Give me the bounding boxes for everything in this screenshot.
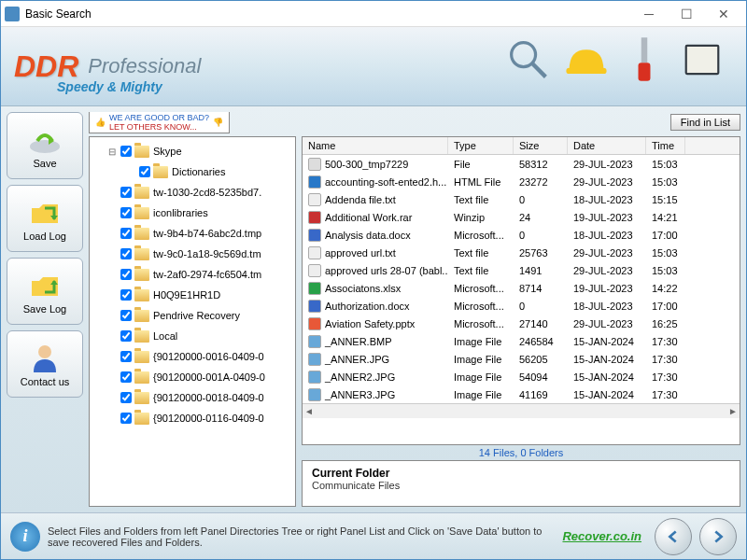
tree-item[interactable]: {90120000-0016-0409-0 [93, 346, 291, 367]
tree-checkbox[interactable] [120, 289, 132, 301]
file-row[interactable]: _ANNER.JPGImage File5620515-JAN-202417:3… [303, 350, 740, 368]
file-time: 17:30 [646, 388, 685, 401]
contact-us-button-icon [26, 341, 63, 374]
app-icon [5, 7, 20, 21]
tree-checkbox[interactable] [120, 269, 132, 280]
column-header[interactable]: Time [646, 137, 685, 154]
current-folder-name: Communicate Files [312, 480, 730, 491]
file-type: Image File [448, 371, 514, 384]
tree-item[interactable]: {90120000-0018-0409-0 [93, 387, 291, 408]
tree-checkbox[interactable] [120, 207, 132, 218]
tree-item[interactable]: tw-2af0-2974-fc6504.tm [93, 264, 291, 285]
svg-rect-2 [566, 68, 606, 74]
column-header[interactable]: Size [514, 137, 568, 154]
file-name: approved url.txt [325, 247, 396, 259]
file-size: 54094 [514, 371, 568, 384]
tree-checkbox[interactable] [120, 146, 132, 157]
save-log-button-icon [26, 268, 63, 301]
tree-panel[interactable]: ⊟SkypeDictionariestw-1030-2cd8-5235bd7.i… [89, 136, 296, 507]
tree-item[interactable]: iconlibraries [93, 203, 291, 223]
file-time: 15:03 [646, 158, 685, 171]
info-icon: i [10, 522, 40, 552]
file-row[interactable]: approved url.txtText file2576329-JUL-202… [303, 244, 740, 261]
file-row[interactable]: Aviation Safety.pptxMicrosoft...2714029-… [303, 315, 740, 332]
file-type: Text file [448, 193, 514, 206]
file-date: 29-JUL-2023 [568, 317, 646, 330]
tree-item[interactable]: tw-9b4-b74-6abc2d.tmp [93, 223, 291, 244]
save-button-icon [26, 122, 63, 156]
file-row[interactable]: _ANNER.BMPImage File24658415-JAN-202417:… [303, 332, 740, 350]
file-time: 17:30 [646, 371, 685, 384]
tree-item[interactable]: {90120000-001A-0409-0 [93, 367, 291, 387]
tree-item[interactable]: {90120000-0116-0409-0 [93, 408, 291, 428]
hardhat-icon [561, 35, 612, 85]
tree-checkbox[interactable] [120, 351, 132, 362]
tree-checkbox[interactable] [120, 371, 132, 383]
scroll-left-icon[interactable]: ◄ [304, 406, 314, 416]
file-row[interactable]: Addenda file.txtText file018-JUL-202315:… [303, 190, 740, 208]
tree-checkbox[interactable] [120, 392, 132, 403]
tree-item[interactable]: Dictionaries [93, 161, 291, 182]
scroll-right-icon[interactable]: ► [728, 406, 738, 416]
close-button[interactable]: ✕ [705, 3, 742, 25]
tree-label: iconlibraries [153, 207, 208, 218]
tree-item[interactable]: tw-1030-2cd8-5235bd7. [93, 182, 291, 203]
footer-hint: Select Files and Folders from left Panel… [48, 525, 555, 548]
tree-checkbox[interactable] [120, 187, 132, 198]
minimize-button[interactable]: ─ [630, 3, 668, 25]
next-button[interactable] [699, 518, 737, 555]
tree-label: tw-9b4-b74-6abc2d.tmp [153, 228, 261, 239]
tagline: Speedy & Mighty [57, 79, 162, 94]
folder-icon [134, 413, 149, 425]
file-row[interactable]: _ANNER3.JPGImage File4116915-JAN-202417:… [303, 385, 740, 403]
file-size: 41169 [514, 388, 568, 401]
feedback-bar: 👍 WE ARE GOOD OR BAD? LET OTHERS KNOW...… [89, 112, 740, 133]
tree-checkbox[interactable] [120, 413, 132, 424]
file-list[interactable]: NameTypeSizeDateTime 500-300_tmp7229File… [302, 136, 740, 445]
horizontal-scrollbar[interactable]: ◄ ► [303, 403, 740, 418]
tree-checkbox[interactable] [120, 330, 132, 342]
file-row[interactable]: Authorization.docxMicrosoft...018-JUL-20… [303, 297, 740, 315]
file-row[interactable]: 500-300_tmp7229File5831229-JUL-202315:03 [303, 155, 740, 173]
file-row[interactable]: Additional Work.rarWinzip2419-JUL-202314… [303, 208, 740, 226]
magnifier-icon [503, 35, 554, 85]
tree-checkbox[interactable] [120, 248, 132, 259]
expand-icon[interactable]: ⊟ [106, 147, 118, 157]
file-name: Addenda file.txt [325, 194, 396, 205]
tree-label: {90120000-001A-0409-0 [153, 371, 265, 383]
footer: i Select Files and Folders from left Pan… [1, 512, 746, 559]
file-icon [308, 335, 321, 348]
tree-checkbox[interactable] [120, 228, 132, 239]
file-icon [308, 264, 321, 277]
contact-us-button[interactable]: Contact us [7, 330, 83, 398]
titlebar: Basic Search ─ ☐ ✕ [1, 1, 746, 27]
file-row[interactable]: _ANNER2.JPGImage File5409415-JAN-202417:… [303, 368, 740, 385]
tree-item[interactable]: H0Q9E1HR1D [93, 285, 291, 305]
file-size: 1491 [514, 264, 568, 277]
column-header[interactable]: Date [568, 137, 646, 154]
column-header[interactable]: Type [448, 137, 514, 154]
tree-item[interactable]: ⊟Skype [93, 141, 291, 161]
feedback-box[interactable]: 👍 WE ARE GOOD OR BAD? LET OTHERS KNOW...… [89, 112, 230, 133]
tree-item[interactable]: tw-9c0-1a18-9c569d.tm [93, 244, 291, 264]
column-header[interactable]: Name [303, 137, 448, 154]
maximize-button[interactable]: ☐ [668, 3, 705, 25]
file-row[interactable]: approved urls 28-07 (babl...Text file149… [303, 261, 740, 279]
tree-checkbox[interactable] [120, 310, 132, 321]
save-button[interactable]: Save [7, 112, 83, 179]
file-row[interactable]: Analysis data.docxMicrosoft...018-JUL-20… [303, 226, 740, 244]
arrow-right-icon [710, 528, 726, 545]
save-log-button[interactable]: Save Log [7, 258, 83, 325]
load-log-button[interactable]: Load Log [7, 185, 83, 252]
file-row[interactable]: Associatons.xlsxMicrosoft...871419-JUL-2… [303, 279, 740, 297]
file-icon [308, 317, 321, 330]
find-in-list-button[interactable]: Find in List [670, 114, 740, 131]
file-row[interactable]: accounting-soft-ented2.h...HTML File2327… [303, 173, 740, 190]
prev-button[interactable] [655, 518, 692, 555]
recover-link[interactable]: Recover.co.in [562, 529, 641, 543]
folder-icon [134, 289, 149, 301]
tree-checkbox[interactable] [139, 166, 150, 177]
tree-item[interactable]: Pendrive Recovery [93, 305, 291, 326]
tree-item[interactable]: Local [93, 326, 291, 346]
file-name: approved urls 28-07 (babl... [325, 265, 448, 276]
